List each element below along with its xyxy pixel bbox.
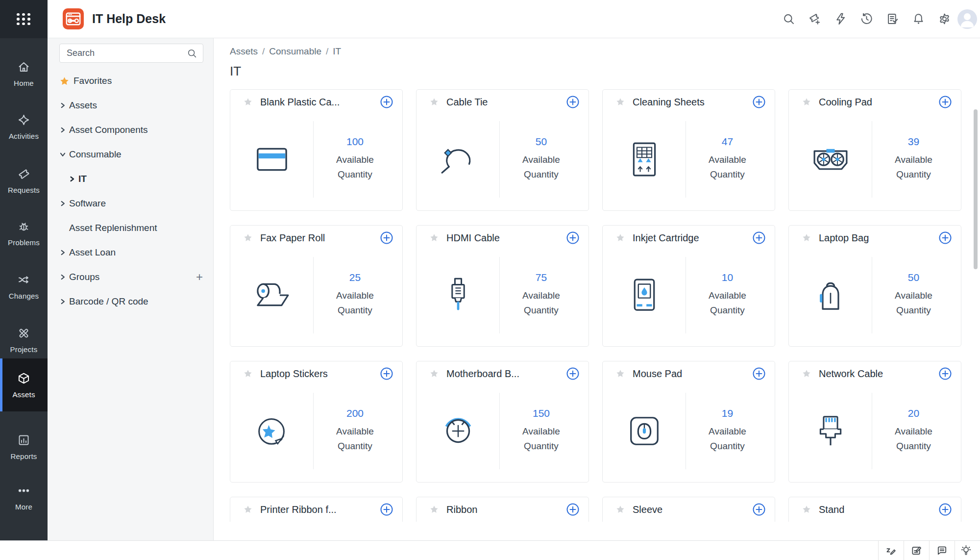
feedback-chat-icon[interactable]	[929, 541, 955, 560]
add-quantity-button[interactable]	[938, 231, 952, 245]
favorite-star-icon[interactable]	[429, 505, 439, 514]
notifications-bell-icon[interactable]	[906, 0, 931, 38]
tree-item-barcode-qr-code[interactable]: Barcode / QR code	[48, 289, 214, 314]
chevron-right-icon[interactable]	[69, 176, 75, 182]
favorite-star-icon[interactable]	[429, 233, 439, 243]
consumable-card[interactable]: Laptop Bag 50 Available Quantity	[788, 225, 961, 347]
history-icon[interactable]	[854, 0, 880, 38]
favorite-star-icon[interactable]	[802, 369, 811, 379]
add-quantity-button[interactable]	[566, 503, 580, 516]
add-quantity-button[interactable]	[752, 503, 766, 516]
nav-item-activities[interactable]: Activities	[0, 103, 48, 150]
nav-item-changes[interactable]: Changes	[0, 263, 48, 310]
favorite-star-icon[interactable]	[243, 369, 253, 379]
nav-item-projects[interactable]: Projects	[0, 316, 48, 363]
favorite-star-icon[interactable]	[802, 97, 811, 107]
nav-item-more[interactable]: More	[0, 474, 48, 521]
favorite-star-icon[interactable]	[429, 369, 439, 379]
approvals-icon[interactable]	[880, 0, 906, 38]
consumable-card[interactable]: Cooling Pad 39 Available Quantity	[788, 89, 961, 211]
consumable-card[interactable]: Cable Tie 50 Available Quantity	[416, 89, 589, 211]
vertical-scrollbar[interactable]	[974, 109, 978, 269]
add-quantity-button[interactable]	[566, 95, 580, 109]
consumable-card[interactable]: Fax Paper Roll 25 Available Quantity	[230, 225, 403, 347]
favorite-star-icon[interactable]	[243, 505, 253, 514]
available-quantity-value: 50	[536, 136, 547, 148]
favorite-star-icon[interactable]	[243, 233, 253, 243]
consumable-card[interactable]: Mouse Pad 19 Available Quantity	[602, 361, 775, 483]
nav-item-requests[interactable]: Requests	[0, 157, 48, 204]
search-icon[interactable]	[776, 0, 802, 38]
tree-item-assets[interactable]: Assets	[48, 93, 214, 118]
consumable-card[interactable]: Inkjet Cartridge 10 Available Quantity	[602, 225, 775, 347]
chevron-right-icon[interactable]	[59, 274, 66, 280]
consumable-card[interactable]: Cleaning Sheets 47 Available Quantity	[602, 89, 775, 211]
nav-item-reports[interactable]: Reports	[0, 423, 48, 470]
add-quantity-button[interactable]	[938, 367, 952, 381]
tree-item-asset-replenishment[interactable]: Asset Replenishment	[48, 216, 214, 240]
tree-item-software[interactable]: Software	[48, 191, 214, 216]
settings-gear-icon[interactable]	[931, 0, 957, 38]
app-launcher[interactable]	[0, 0, 48, 38]
chevron-right-icon[interactable]	[59, 127, 66, 133]
available-quantity-label: Available Quantity	[887, 424, 941, 454]
new-request-icon[interactable]	[802, 0, 828, 38]
favorite-star-icon[interactable]	[802, 505, 811, 514]
tree-item-asset-components[interactable]: Asset Components	[48, 118, 214, 142]
nav-item-problems[interactable]: Problems	[0, 209, 48, 256]
consumable-card[interactable]: Stand Available Quantity	[788, 497, 961, 522]
add-quantity-button[interactable]	[380, 367, 393, 381]
add-group-icon[interactable]: +	[196, 272, 203, 282]
favorite-star-icon[interactable]	[615, 505, 625, 514]
breadcrumb-it[interactable]: IT	[333, 46, 341, 56]
add-quantity-button[interactable]	[380, 231, 393, 245]
consumable-card[interactable]: Sleeve Available Quantity	[602, 497, 775, 522]
consumable-card[interactable]: HDMI Cable 75 Available Quantity	[416, 225, 589, 347]
search-input[interactable]	[60, 48, 187, 58]
favorite-star-icon[interactable]	[615, 97, 625, 107]
tree-item-it[interactable]: IT	[48, 167, 214, 191]
add-quantity-button[interactable]	[566, 231, 580, 245]
card-header: Stand	[789, 497, 961, 522]
tree-item-groups[interactable]: Groups +	[48, 265, 214, 289]
tree-item-asset-loan[interactable]: Asset Loan	[48, 240, 214, 265]
tree-item-favorites[interactable]: Favorites	[48, 69, 214, 93]
consumable-card[interactable]: Blank Plastic Ca... 100 Available Quanti…	[230, 89, 403, 211]
user-avatar[interactable]	[957, 9, 977, 29]
breadcrumb-consumable[interactable]: Consumable	[269, 46, 321, 56]
nav-item-assets[interactable]: Assets	[0, 358, 48, 411]
favorite-star-icon[interactable]	[429, 97, 439, 107]
nav-item-label: More	[15, 503, 32, 511]
favorite-star-icon[interactable]	[615, 233, 625, 243]
add-quantity-button[interactable]	[938, 95, 952, 109]
tree-item-consumable[interactable]: Consumable	[48, 142, 214, 167]
suggestions-bulb-icon[interactable]	[955, 541, 980, 560]
add-quantity-button[interactable]	[380, 503, 393, 516]
chevron-right-icon[interactable]	[59, 298, 66, 305]
breadcrumb-assets[interactable]: Assets	[230, 46, 258, 56]
consumable-card[interactable]: Motherboard B... 150 Available Quantity	[416, 361, 589, 483]
add-quantity-button[interactable]	[752, 95, 766, 109]
consumable-card[interactable]: Network Cable 20 Available Quantity	[788, 361, 961, 483]
consumable-card[interactable]: Printer Ribbon f... Available Quantity	[230, 497, 403, 522]
add-quantity-button[interactable]	[380, 95, 393, 109]
add-quantity-button[interactable]	[938, 503, 952, 516]
add-quantity-button[interactable]	[566, 367, 580, 381]
favorite-star-icon[interactable]	[615, 369, 625, 379]
quick-actions-icon[interactable]	[828, 0, 854, 38]
chevron-right-icon[interactable]	[59, 200, 66, 207]
chevron-right-icon[interactable]	[59, 249, 66, 256]
chevron-right-icon[interactable]	[59, 102, 66, 109]
available-quantity-label: Available Quantity	[514, 288, 568, 318]
consumable-card[interactable]: Laptop Stickers 200 Available Quantity	[230, 361, 403, 483]
compose-note-icon[interactable]	[904, 541, 929, 560]
add-quantity-button[interactable]	[752, 367, 766, 381]
consumable-card[interactable]: Ribbon Available Quantity	[416, 497, 589, 522]
favorite-star-icon[interactable]	[802, 233, 811, 243]
favorite-star-icon[interactable]	[243, 97, 253, 107]
quantity-panel: 150 Available Quantity	[500, 389, 583, 472]
nav-item-home[interactable]: Home	[0, 50, 48, 97]
chevron-down-icon[interactable]	[59, 151, 66, 158]
add-quantity-button[interactable]	[752, 231, 766, 245]
signature-icon[interactable]	[878, 541, 904, 560]
